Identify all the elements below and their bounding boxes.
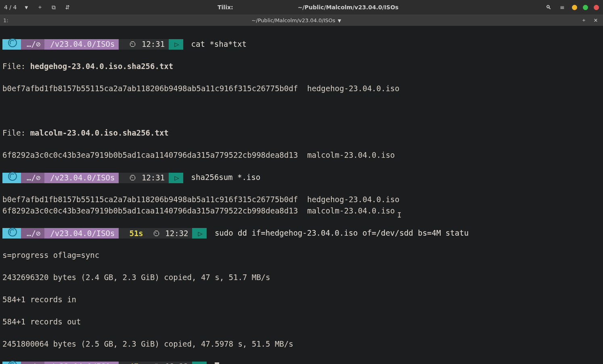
output-line: 584+1 records out xyxy=(2,316,601,328)
output-line: b0ef7afbd1fb8157b55115ca2a7ab118206b9498… xyxy=(2,194,601,216)
add-pane-icon[interactable]: ＋ xyxy=(580,17,588,24)
prompt-duration: 47s xyxy=(129,361,143,364)
prompt-time: 12:33 xyxy=(165,362,188,364)
play-icon: ▷ xyxy=(198,228,202,239)
swirl-icon xyxy=(8,38,17,47)
tab-title[interactable]: ~/Public/Malcolm/v23.04.0/ISOs▼ xyxy=(13,17,580,23)
clock-icon: ⏲ xyxy=(153,229,161,238)
prompt-time: 12:32 xyxy=(165,229,188,238)
terminal-viewport[interactable]: …/⊘/v23.04.0/ISOs⏲ 12:31▷cat *sha*txt Fi… xyxy=(0,26,603,364)
prompt-path-short: …/⊘ xyxy=(27,39,40,50)
command-text: cat *sha*txt xyxy=(191,40,247,48)
tab-bar: 1: ~/Public/Malcolm/v23.04.0/ISOs▼ ＋ ✕ xyxy=(0,15,603,26)
play-icon: ▷ xyxy=(174,172,179,184)
prompt-time: 12:31 xyxy=(142,173,165,182)
output-line: 584+1 records in xyxy=(2,294,601,305)
text-cursor-icon: 𝙸 xyxy=(397,211,402,219)
hamburger-icon[interactable]: ≡ xyxy=(558,4,566,10)
prompt: …/⊘/v23.04.0/ISOs47s⏲ 12:33▷ xyxy=(2,362,207,364)
cwd-title: ~/Public/Malcolm/v23.04.0/ISOs xyxy=(298,4,399,10)
app-title: Tilix: xyxy=(218,4,233,10)
prompt-path-tail: /v23.04.0/ISOs xyxy=(50,39,115,50)
minimize-button[interactable] xyxy=(572,5,577,10)
output-line: File: malcolm-23.04.0.iso.sha256.txt xyxy=(2,128,601,139)
new-window-icon[interactable]: ⧉ xyxy=(50,4,58,11)
prompt: …/⊘/v23.04.0/ISOs⏲ 12:31▷ xyxy=(2,39,183,50)
clock-icon: ⏲ xyxy=(153,362,161,364)
command-text: sudo dd if=hedgehog-23.04.0.iso of=/dev/… xyxy=(215,228,469,237)
command-text: sha256sum *.iso xyxy=(191,173,261,182)
search-icon[interactable]: 🔍︎ xyxy=(544,4,553,10)
tab-number: 1: xyxy=(3,17,8,23)
output-line: 2432696320 bytes (2.4 GB, 2.3 GiB) copie… xyxy=(2,272,601,283)
prompt-duration: 51s xyxy=(129,228,143,239)
close-button[interactable] xyxy=(594,5,599,10)
output-line: 2451800064 bytes (2.5 GB, 2.3 GiB) copie… xyxy=(2,339,601,350)
swirl-icon xyxy=(8,228,17,236)
play-icon: ▷ xyxy=(198,361,202,364)
prompt-time: 12:31 xyxy=(142,40,165,48)
output-line: b0ef7afbd1fb8157b55115ca2a7ab118206b9498… xyxy=(2,83,601,94)
window-titlebar: 4 / 4 ▼ ＋ ⧉ ⇵ Tilix: ~/Public/Malcolm/v2… xyxy=(0,0,603,15)
maximize-button[interactable] xyxy=(583,5,588,10)
pane-index[interactable]: 4 / 4 xyxy=(4,4,17,10)
dropdown-icon[interactable]: ▼ xyxy=(22,5,30,10)
output-line: s=progress oflag=sync xyxy=(2,250,601,261)
clock-icon: ⏲ xyxy=(129,173,137,182)
prompt: …/⊘/v23.04.0/ISOs51s⏲ 12:32▷ xyxy=(2,228,207,238)
output-line: 6f8292a3c0c0c43b3ea7919b0b5ad1caa1140796… xyxy=(2,150,601,161)
block-cursor xyxy=(215,362,219,364)
swirl-icon xyxy=(8,172,17,181)
clock-icon: ⏲ xyxy=(129,40,137,48)
add-tab-icon[interactable]: ＋ xyxy=(36,4,44,11)
sync-panes-icon[interactable]: ⇵ xyxy=(63,4,71,10)
play-icon: ▷ xyxy=(174,39,179,50)
swirl-icon xyxy=(8,361,17,364)
output-line: File: hedgehog-23.04.0.iso.sha256.txt xyxy=(2,61,601,72)
close-tab-icon[interactable]: ✕ xyxy=(592,17,600,23)
chevron-down-icon[interactable]: ▼ xyxy=(338,18,341,23)
prompt: …/⊘/v23.04.0/ISOs⏲ 12:31▷ xyxy=(2,173,183,183)
